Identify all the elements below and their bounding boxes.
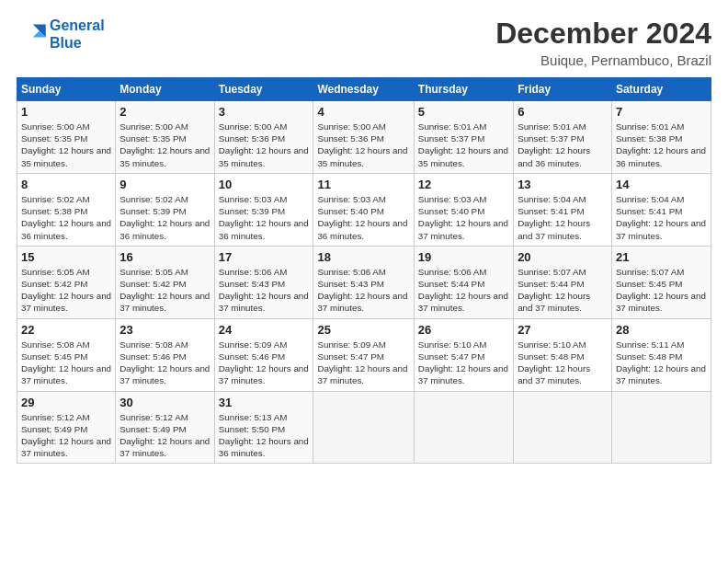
day-info: Sunrise: 5:00 AM Sunset: 5:36 PM Dayligh… xyxy=(317,121,409,169)
sunrise: Sunrise: 5:12 AM xyxy=(119,412,188,422)
sunset: Sunset: 5:42 PM xyxy=(119,279,186,289)
day-info: Sunrise: 5:02 AM Sunset: 5:38 PM Dayligh… xyxy=(21,193,111,242)
daylight: Daylight: 12 hours and 37 minutes. xyxy=(418,291,508,313)
sunset: Sunset: 5:47 PM xyxy=(317,351,383,362)
header-cell-thursday: Thursday xyxy=(414,78,513,101)
day-info: Sunrise: 5:01 AM Sunset: 5:37 PM Dayligh… xyxy=(518,121,608,169)
day-info: Sunrise: 5:00 AM Sunset: 5:35 PM Dayligh… xyxy=(21,121,111,169)
sunset: Sunset: 5:38 PM xyxy=(21,206,87,216)
calendar-table: SundayMondayTuesdayWednesdayThursdayFrid… xyxy=(17,77,711,464)
sunrise: Sunrise: 5:00 AM xyxy=(317,121,386,132)
day-info: Sunrise: 5:11 AM Sunset: 5:48 PM Dayligh… xyxy=(616,339,707,387)
day-info: Sunrise: 5:08 AM Sunset: 5:46 PM Dayligh… xyxy=(119,339,210,387)
sunrise: Sunrise: 5:01 AM xyxy=(616,121,685,132)
sunset: Sunset: 5:46 PM xyxy=(219,351,285,362)
sunrise: Sunrise: 5:10 AM xyxy=(418,339,487,350)
day-info: Sunrise: 5:12 AM Sunset: 5:49 PM Dayligh… xyxy=(119,411,210,460)
daylight: Daylight: 12 hours and 36 minutes. xyxy=(518,145,590,167)
day-info: Sunrise: 5:04 AM Sunset: 5:41 PM Dayligh… xyxy=(518,193,608,242)
daylight: Daylight: 12 hours and 37 minutes. xyxy=(119,291,210,313)
sunset: Sunset: 5:50 PM xyxy=(219,424,285,434)
daylight: Daylight: 12 hours and 37 minutes. xyxy=(21,436,111,458)
daylight: Daylight: 12 hours and 36 minutes. xyxy=(21,218,111,240)
day-cell: 10 Sunrise: 5:03 AM Sunset: 5:39 PM Dayl… xyxy=(214,173,313,246)
sunrise: Sunrise: 5:01 AM xyxy=(418,121,487,132)
sunset: Sunset: 5:43 PM xyxy=(317,279,383,289)
day-cell: 29 Sunrise: 5:12 AM Sunset: 5:49 PM Dayl… xyxy=(17,391,116,464)
day-info: Sunrise: 5:13 AM Sunset: 5:50 PM Dayligh… xyxy=(219,411,310,460)
sunrise: Sunrise: 5:02 AM xyxy=(119,194,188,204)
day-number: 22 xyxy=(21,323,111,337)
header-cell-tuesday: Tuesday xyxy=(214,78,313,101)
daylight: Daylight: 12 hours and 36 minutes. xyxy=(616,145,706,167)
sunrise: Sunrise: 5:11 AM xyxy=(616,339,685,350)
day-number: 23 xyxy=(119,323,210,337)
day-info: Sunrise: 5:00 AM Sunset: 5:35 PM Dayligh… xyxy=(119,121,210,169)
day-info: Sunrise: 5:09 AM Sunset: 5:47 PM Dayligh… xyxy=(317,339,409,387)
sunset: Sunset: 5:39 PM xyxy=(219,206,285,216)
sunset: Sunset: 5:49 PM xyxy=(119,424,186,434)
day-number: 3 xyxy=(219,105,310,119)
day-cell: 9 Sunrise: 5:02 AM Sunset: 5:39 PM Dayli… xyxy=(116,173,214,246)
daylight: Daylight: 12 hours and 37 minutes. xyxy=(616,218,706,240)
day-number: 17 xyxy=(219,250,310,264)
day-cell: 28 Sunrise: 5:11 AM Sunset: 5:48 PM Dayl… xyxy=(611,318,711,391)
daylight: Daylight: 12 hours and 37 minutes. xyxy=(219,291,309,313)
day-number: 20 xyxy=(518,250,608,264)
day-cell: 19 Sunrise: 5:06 AM Sunset: 5:44 PM Dayl… xyxy=(414,246,513,318)
header-cell-sunday: Sunday xyxy=(17,78,116,101)
daylight: Daylight: 12 hours and 37 minutes. xyxy=(616,363,706,385)
week-row-5: 29 Sunrise: 5:12 AM Sunset: 5:49 PM Dayl… xyxy=(17,391,711,464)
day-info: Sunrise: 5:10 AM Sunset: 5:48 PM Dayligh… xyxy=(518,339,608,387)
sunset: Sunset: 5:43 PM xyxy=(219,279,285,289)
day-info: Sunrise: 5:10 AM Sunset: 5:47 PM Dayligh… xyxy=(418,339,509,387)
day-cell: 7 Sunrise: 5:01 AM Sunset: 5:38 PM Dayli… xyxy=(611,101,711,174)
logo-text: General Blue xyxy=(50,17,105,52)
sunrise: Sunrise: 5:06 AM xyxy=(317,267,386,277)
sunset: Sunset: 5:49 PM xyxy=(21,424,87,434)
sunrise: Sunrise: 5:00 AM xyxy=(219,121,288,132)
day-number: 24 xyxy=(219,323,310,337)
day-cell: 23 Sunrise: 5:08 AM Sunset: 5:46 PM Dayl… xyxy=(116,318,214,391)
daylight: Daylight: 12 hours and 37 minutes. xyxy=(317,291,407,313)
sunrise: Sunrise: 5:06 AM xyxy=(418,267,487,277)
sunrise: Sunrise: 5:07 AM xyxy=(616,267,685,277)
title-block: December 2024 Buique, Pernambuco, Brazil xyxy=(495,17,711,68)
sunset: Sunset: 5:37 PM xyxy=(518,133,584,144)
day-info: Sunrise: 5:06 AM Sunset: 5:43 PM Dayligh… xyxy=(317,266,409,315)
sunrise: Sunrise: 5:05 AM xyxy=(21,267,90,277)
sunset: Sunset: 5:37 PM xyxy=(418,133,484,144)
daylight: Daylight: 12 hours and 36 minutes. xyxy=(219,436,309,458)
sunset: Sunset: 5:41 PM xyxy=(518,206,584,216)
daylight: Daylight: 12 hours and 35 minutes. xyxy=(119,145,210,167)
daylight: Daylight: 12 hours and 37 minutes. xyxy=(21,363,111,385)
day-info: Sunrise: 5:02 AM Sunset: 5:39 PM Dayligh… xyxy=(119,193,210,242)
subtitle: Buique, Pernambuco, Brazil xyxy=(495,52,711,68)
daylight: Daylight: 12 hours and 36 minutes. xyxy=(119,218,210,240)
sunrise: Sunrise: 5:09 AM xyxy=(317,339,386,350)
sunset: Sunset: 5:44 PM xyxy=(418,279,484,289)
day-cell: 20 Sunrise: 5:07 AM Sunset: 5:44 PM Dayl… xyxy=(514,246,612,318)
sunset: Sunset: 5:38 PM xyxy=(616,133,682,144)
sunrise: Sunrise: 5:05 AM xyxy=(119,267,188,277)
day-info: Sunrise: 5:08 AM Sunset: 5:45 PM Dayligh… xyxy=(21,339,111,387)
day-cell: 4 Sunrise: 5:00 AM Sunset: 5:36 PM Dayli… xyxy=(313,101,414,174)
day-cell xyxy=(313,391,414,464)
day-cell: 27 Sunrise: 5:10 AM Sunset: 5:48 PM Dayl… xyxy=(514,318,612,391)
daylight: Daylight: 12 hours and 37 minutes. xyxy=(616,291,706,313)
header-cell-monday: Monday xyxy=(116,78,214,101)
day-cell xyxy=(414,391,513,464)
day-number: 31 xyxy=(219,396,310,409)
header-cell-wednesday: Wednesday xyxy=(313,78,414,101)
day-number: 4 xyxy=(317,105,409,119)
day-cell: 2 Sunrise: 5:00 AM Sunset: 5:35 PM Dayli… xyxy=(116,101,214,174)
day-cell: 5 Sunrise: 5:01 AM Sunset: 5:37 PM Dayli… xyxy=(414,101,513,174)
daylight: Daylight: 12 hours and 35 minutes. xyxy=(219,145,309,167)
day-info: Sunrise: 5:00 AM Sunset: 5:36 PM Dayligh… xyxy=(219,121,310,169)
sunrise: Sunrise: 5:10 AM xyxy=(518,339,586,350)
day-number: 25 xyxy=(317,323,409,337)
day-number: 16 xyxy=(119,250,210,264)
sunrise: Sunrise: 5:04 AM xyxy=(518,194,586,204)
header-cell-friday: Friday xyxy=(514,78,612,101)
sunset: Sunset: 5:39 PM xyxy=(119,206,186,216)
